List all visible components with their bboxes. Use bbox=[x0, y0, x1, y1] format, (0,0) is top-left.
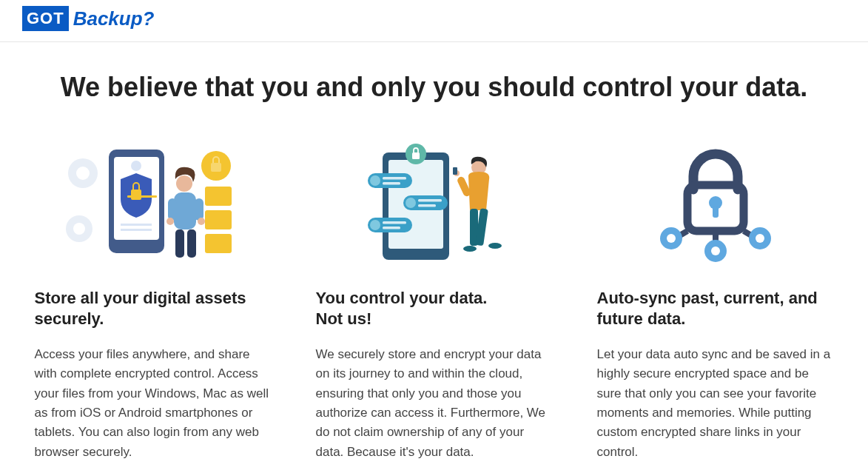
phone-lock-person-icon bbox=[57, 144, 249, 262]
svg-rect-22 bbox=[175, 229, 184, 258]
auto-sync-illustration bbox=[597, 140, 834, 266]
svg-point-37 bbox=[370, 220, 380, 230]
feature-secure-storage: Store all your digital assets securely. … bbox=[35, 140, 272, 462]
svg-point-46 bbox=[463, 246, 477, 252]
logo-link[interactable]: GOT Backup? bbox=[22, 6, 154, 31]
svg-rect-7 bbox=[131, 189, 141, 200]
svg-rect-17 bbox=[174, 192, 196, 229]
svg-rect-31 bbox=[383, 182, 400, 185]
svg-point-47 bbox=[488, 243, 502, 249]
padlock-network-icon bbox=[642, 144, 790, 262]
svg-rect-15 bbox=[205, 234, 232, 253]
logo-text: Backup? bbox=[73, 7, 155, 30]
feature-title: Store all your digital assets securely. bbox=[35, 288, 272, 329]
svg-point-29 bbox=[370, 175, 380, 186]
svg-rect-34 bbox=[418, 199, 442, 202]
svg-point-55 bbox=[667, 234, 676, 243]
features-row: Store all your digital assets securely. … bbox=[35, 140, 834, 462]
control-data-illustration bbox=[316, 140, 553, 266]
logo-badge: GOT bbox=[22, 6, 69, 31]
svg-rect-50 bbox=[713, 206, 719, 218]
feature-body: Let your data auto sync and be saved in … bbox=[597, 345, 834, 462]
svg-rect-35 bbox=[418, 204, 436, 207]
feature-control-data: You control your data. Not us! We secure… bbox=[316, 140, 553, 462]
svg-rect-8 bbox=[127, 195, 157, 198]
svg-point-33 bbox=[406, 198, 416, 208]
svg-rect-39 bbox=[383, 227, 400, 229]
feature-title: Auto-sync past, current, and future data… bbox=[597, 288, 834, 329]
svg-point-16 bbox=[176, 175, 192, 192]
phone-messages-person-icon bbox=[338, 144, 531, 262]
feature-title: You control your data. Not us! bbox=[316, 288, 553, 329]
svg-rect-30 bbox=[383, 177, 406, 180]
svg-rect-14 bbox=[205, 210, 232, 229]
svg-point-57 bbox=[711, 246, 720, 255]
svg-rect-13 bbox=[205, 187, 232, 206]
svg-point-59 bbox=[756, 234, 764, 243]
svg-point-20 bbox=[166, 218, 174, 225]
svg-point-21 bbox=[198, 218, 205, 225]
site-header: GOT Backup? bbox=[0, 0, 868, 42]
svg-rect-9 bbox=[121, 224, 152, 226]
svg-rect-12 bbox=[211, 163, 221, 172]
svg-rect-19 bbox=[195, 198, 203, 221]
feature-body: Access your files anywhere, and share wi… bbox=[35, 345, 272, 462]
svg-rect-18 bbox=[168, 198, 177, 221]
feature-body: We securely store and encrypt your data … bbox=[316, 345, 553, 462]
hero-title: We believe that you and only you should … bbox=[35, 72, 834, 103]
svg-rect-43 bbox=[453, 167, 457, 175]
feature-auto-sync: Auto-sync past, current, and future data… bbox=[597, 140, 834, 462]
svg-point-6 bbox=[131, 161, 141, 171]
secure-storage-illustration bbox=[35, 140, 272, 266]
svg-rect-27 bbox=[412, 152, 420, 159]
svg-point-3 bbox=[73, 223, 85, 235]
svg-point-1 bbox=[76, 167, 90, 180]
svg-rect-38 bbox=[383, 221, 406, 224]
svg-rect-23 bbox=[187, 229, 196, 258]
main-container: We believe that you and only you should … bbox=[13, 42, 856, 462]
svg-rect-10 bbox=[121, 229, 152, 231]
